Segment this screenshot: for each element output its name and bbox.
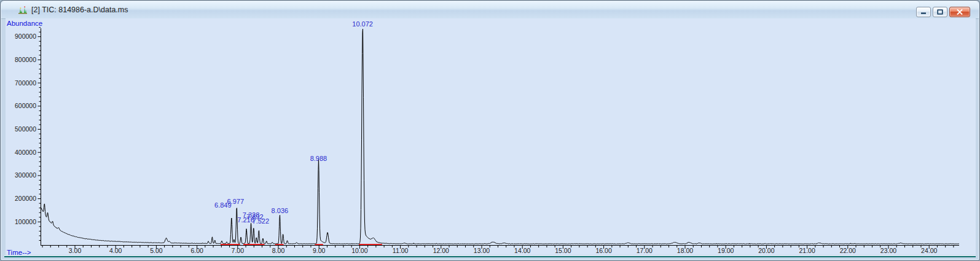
x-tick-label: 5.00 xyxy=(150,247,163,254)
title-bar[interactable]: [2] TIC: 814986-a.D\data.ms xyxy=(1,1,979,19)
plot-area[interactable]: Abundance Time--> 1000002000003000004000… xyxy=(6,18,976,255)
peak-labels: 6.8496.9777.3287.3927.2167.5228.0368.988… xyxy=(214,20,373,225)
y-axis-title: Abundance xyxy=(7,20,42,27)
peak-label: 6.977 xyxy=(227,198,245,205)
x-tick-label: 23.00 xyxy=(880,247,896,254)
x-tick-label: 9.00 xyxy=(313,247,326,254)
y-tick-label: 500000 xyxy=(15,125,36,133)
chromatogram-window: [2] TIC: 814986-a.D\data.ms Abundance Ti… xyxy=(0,0,980,261)
y-tick-label: 100000 xyxy=(15,218,36,225)
close-button[interactable] xyxy=(949,7,970,17)
x-tick-label: 18.00 xyxy=(677,247,693,254)
chromatogram-app-icon xyxy=(18,5,28,15)
maximize-icon xyxy=(937,9,943,15)
x-tick-label: 10.00 xyxy=(351,247,367,254)
x-tick-label: 21.00 xyxy=(799,247,815,254)
x-tick-label: 19.00 xyxy=(718,247,734,254)
axes xyxy=(38,28,960,249)
y-tick-label: 300000 xyxy=(15,171,36,179)
x-tick-label: 15.00 xyxy=(555,247,571,254)
peak-label: 8.036 xyxy=(272,207,289,214)
close-icon xyxy=(957,9,963,15)
x-tick-label: 7.00 xyxy=(232,247,245,254)
y-tick-label: 700000 xyxy=(15,79,36,87)
minimize-icon xyxy=(920,9,927,15)
peak-label: 10.072 xyxy=(352,20,373,28)
y-tick-label: 800000 xyxy=(15,56,36,63)
y-tick-label: 400000 xyxy=(15,149,36,156)
x-tick-label: 13.00 xyxy=(474,247,490,254)
tic-chromatogram: 1000002000003000004000005000006000007000… xyxy=(6,18,976,255)
x-tick-label: 4.00 xyxy=(109,247,122,254)
tic-trace xyxy=(41,29,959,244)
window-title: [2] TIC: 814986-a.D\data.ms xyxy=(31,6,128,14)
peak-label: 7.522 xyxy=(253,217,270,225)
minimize-button[interactable] xyxy=(916,7,931,17)
x-tick-label: 8.00 xyxy=(272,247,285,254)
tick-labels: 1000002000003000004000005000006000007000… xyxy=(15,33,938,254)
window-bottom-edge xyxy=(4,255,976,257)
window-controls xyxy=(916,7,970,17)
x-tick-label: 16.00 xyxy=(595,247,611,254)
y-tick-label: 600000 xyxy=(15,102,36,109)
x-tick-label: 24.00 xyxy=(921,247,937,254)
y-tick-label: 900000 xyxy=(15,33,36,40)
x-tick-label: 3.00 xyxy=(69,247,82,254)
x-tick-label: 20.00 xyxy=(758,247,774,254)
maximize-button[interactable] xyxy=(933,7,947,17)
x-tick-label: 6.00 xyxy=(190,247,203,254)
y-tick-label: 200000 xyxy=(15,195,36,202)
x-tick-label: 12.00 xyxy=(433,247,449,254)
x-tick-label: 14.00 xyxy=(514,247,530,254)
x-tick-label: 22.00 xyxy=(840,247,856,254)
x-tick-label: 17.00 xyxy=(637,247,653,254)
x-tick-label: 11.00 xyxy=(393,247,409,254)
peak-label: 8.988 xyxy=(310,155,327,162)
